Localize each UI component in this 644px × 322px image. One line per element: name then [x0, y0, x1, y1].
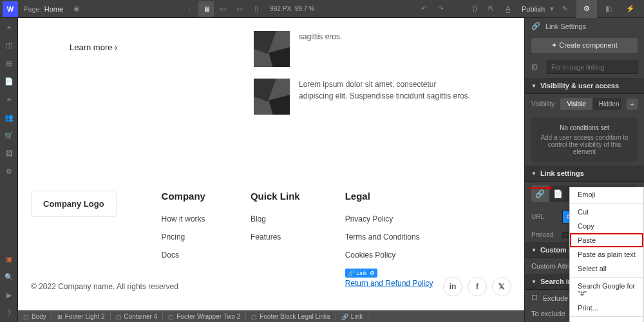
annotation-arrow	[529, 187, 549, 189]
col-title: Legal	[345, 191, 433, 202]
facebook-icon[interactable]: f	[468, 277, 487, 296]
footer-link[interactable]: How it works	[162, 214, 205, 223]
search-icon[interactable]: 🔍	[0, 268, 18, 286]
export-icon[interactable]: ⇱	[484, 1, 499, 17]
code-icon[interactable]: ⟨⟩	[467, 1, 482, 17]
undo-icon[interactable]: ↶	[417, 1, 432, 17]
footer-link[interactable]: Docs	[162, 251, 205, 260]
visibility-label: Visibility	[531, 100, 555, 108]
card-image	[254, 79, 290, 115]
link-settings-section-header[interactable]: ▼Link settings	[525, 166, 644, 182]
crumb[interactable]: ⊞Footer Light 2	[52, 313, 111, 320]
crumb[interactable]: ▢Body	[18, 313, 52, 320]
footer-bottom: © 2022 Company name. All rights reserved…	[31, 277, 511, 296]
copyright-text: © 2022 Company name. All rights reserved	[31, 282, 178, 291]
preview-icon[interactable]: ◉	[69, 1, 84, 17]
page-label: Page:	[23, 5, 42, 13]
learn-more-link[interactable]: Learn more	[70, 43, 117, 126]
interactions-icon[interactable]: ⚡	[620, 0, 641, 18]
no-conditions-title: No conditions set	[538, 124, 631, 131]
menu-cut[interactable]: Cut	[570, 205, 643, 219]
id-input[interactable]	[547, 61, 638, 74]
menu-copy[interactable]: Copy	[570, 219, 643, 233]
card-text: Lorem ipsum dolor sit amet, consectetur …	[299, 79, 473, 115]
url-label: URL	[531, 213, 557, 220]
feature-card: Lorem ipsum dolor sit amet, consectetur …	[254, 79, 473, 115]
menu-paste-plain[interactable]: Paste as plain text	[570, 247, 643, 261]
selected-element-badge[interactable]: 🔗 Link ⚙	[345, 269, 378, 278]
footer-link[interactable]: Cookies Policy	[345, 251, 433, 260]
crumb[interactable]: 🔗Link	[336, 313, 368, 320]
visible-option[interactable]: Visible	[560, 98, 592, 110]
canvas[interactable]: Learn more sagittis eros. Lorem ipsum do…	[18, 18, 524, 310]
record-icon[interactable]: ▣	[0, 250, 18, 268]
webflow-logo-icon[interactable]: W	[3, 1, 18, 17]
feature-card: sagittis eros.	[254, 31, 473, 67]
linkedin-icon[interactable]: in	[443, 277, 462, 296]
video-icon[interactable]: ▶	[0, 286, 18, 304]
assets-icon[interactable]: 🖼	[0, 144, 18, 162]
visibility-toggle[interactable]: Visible Hidden	[560, 98, 621, 110]
comment-icon[interactable]: ⋯	[450, 1, 466, 17]
create-component-button[interactable]: ✦ Create component	[531, 38, 638, 53]
brush-icon[interactable]: ✎	[554, 0, 575, 18]
more-icon[interactable]: ⋮	[182, 1, 197, 17]
left-toolbar: + ◫ ▤ 📄 ≡ 👥 🛒 🖼 ⚙ ▣ 🔍 ▶ ?	[0, 18, 18, 322]
conditions-hint: Add a user access condition to control t…	[538, 134, 631, 155]
add-condition-button[interactable]: +	[627, 99, 638, 110]
footer-logo: Company Logo	[31, 191, 117, 217]
menu-paste[interactable]: Paste	[570, 233, 643, 247]
add-icon[interactable]: +	[0, 18, 18, 36]
ecommerce-icon[interactable]: 🛒	[0, 126, 18, 144]
landscape-icon[interactable]: ▭	[232, 1, 247, 17]
crumb[interactable]: ▢Container 4	[111, 313, 164, 320]
menu-search-google[interactable]: Search Google for "#"	[570, 279, 643, 301]
hidden-option[interactable]: Hidden	[592, 98, 621, 110]
card-text: sagittis eros.	[299, 31, 342, 67]
footer-link[interactable]: Features	[251, 232, 300, 242]
gear-icon: ⚙	[370, 270, 375, 276]
menu-print[interactable]: Print...	[570, 301, 643, 315]
redo-icon[interactable]: ↷	[433, 1, 449, 17]
crumb[interactable]: ▢Footer Wrapper Two 2	[163, 313, 246, 320]
tablet-icon[interactable]: ▭	[215, 1, 231, 17]
footer-link[interactable]: Pricing	[162, 232, 205, 242]
footer-link[interactable]: Privacy Policy	[345, 214, 433, 223]
crumb[interactable]: ▢Footer Block Legal Links	[246, 313, 336, 320]
desktop-icon[interactable]: 🖥	[198, 1, 214, 17]
menu-spell-check[interactable]: Spell check	[570, 318, 643, 322]
settings-left-icon[interactable]: ⚙	[0, 162, 18, 180]
page-name[interactable]: Home	[44, 5, 63, 13]
twitter-icon[interactable]: 𝕏	[492, 277, 511, 296]
exclude-hint: To exclude	[531, 310, 565, 317]
conditions-box: No conditions set Add a user access cond…	[531, 118, 638, 162]
pages-icon[interactable]: ▤	[0, 54, 18, 72]
settings-icon[interactable]: ⚙	[576, 0, 597, 18]
breadcrumb: ▢Body ⊞Footer Light 2 ▢Container 4 ▢Foot…	[18, 310, 524, 322]
footer-link[interactable]: Blog	[251, 214, 300, 223]
canvas-width[interactable]: 992 PX 99.7 %	[270, 5, 315, 12]
audit-icon[interactable]: A̲	[500, 1, 516, 17]
preload-label: Preload	[531, 231, 557, 238]
exclude-checkbox[interactable]: ☐	[531, 294, 538, 302]
top-bar: W Page: Home ◉ ⋮ 🖥 ▭ ▭ ▯ 992 PX 99.7 % ↶…	[0, 0, 644, 18]
box-icon[interactable]: ◫	[0, 36, 18, 54]
visibility-section-header[interactable]: ▼Visibility & user access	[525, 78, 644, 94]
id-label: ID	[531, 64, 542, 71]
file-icon[interactable]: 📄	[0, 72, 18, 90]
footer-link[interactable]: Terms and Conditions	[345, 232, 433, 242]
mobile-icon[interactable]: ▯	[249, 1, 264, 17]
context-menu: Emoji Cut Copy Paste Paste as plain text…	[569, 187, 644, 322]
exclude-label: Exclude	[543, 294, 568, 302]
menu-select-all[interactable]: Select all	[570, 261, 643, 276]
users-icon[interactable]: 👥	[0, 108, 18, 126]
cms-icon[interactable]: ≡	[0, 90, 18, 108]
card-image	[254, 31, 290, 67]
styles-icon[interactable]: ◧	[598, 0, 619, 18]
panel-header: 🔗 Link Settings	[525, 18, 644, 34]
col-title: Quick Link	[251, 191, 300, 202]
col-title: Company	[162, 191, 205, 202]
menu-emoji[interactable]: Emoji	[570, 187, 643, 202]
publish-button[interactable]: Publish	[516, 5, 550, 13]
help-icon[interactable]: ?	[0, 304, 18, 322]
